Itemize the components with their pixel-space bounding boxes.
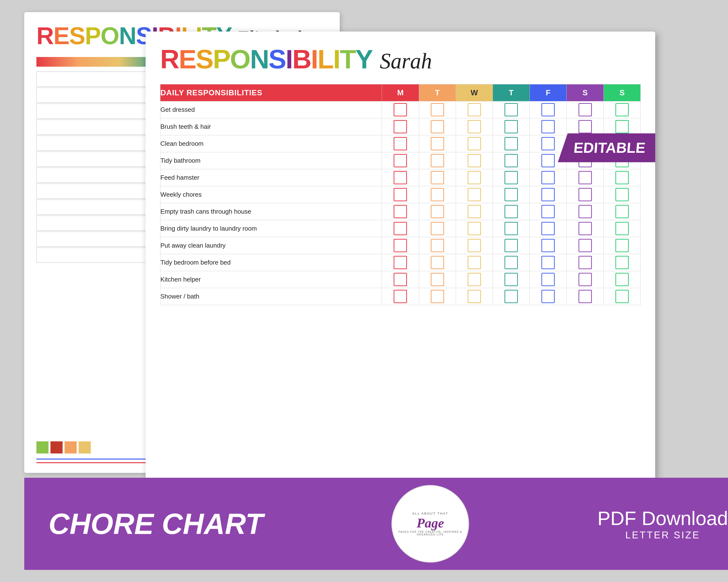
check-cell[interactable] <box>456 152 493 169</box>
checkbox[interactable] <box>394 103 407 116</box>
checkbox[interactable] <box>541 120 555 133</box>
checkbox[interactable] <box>431 188 444 201</box>
checkbox[interactable] <box>541 188 555 201</box>
checkbox[interactable] <box>468 222 481 235</box>
check-cell[interactable] <box>456 288 493 305</box>
checkbox[interactable] <box>578 222 592 235</box>
check-cell[interactable] <box>456 254 493 271</box>
check-cell[interactable] <box>567 118 603 135</box>
check-cell[interactable] <box>567 186 603 203</box>
checkbox[interactable] <box>541 137 555 150</box>
checkbox[interactable] <box>578 256 592 269</box>
checkbox[interactable] <box>468 171 481 184</box>
checkbox[interactable] <box>468 120 481 133</box>
checkbox[interactable] <box>394 256 407 269</box>
checkbox[interactable] <box>616 273 629 286</box>
check-cell[interactable] <box>419 220 456 237</box>
check-cell[interactable] <box>567 254 603 271</box>
checkbox[interactable] <box>616 239 629 252</box>
check-cell[interactable] <box>493 203 530 220</box>
check-cell[interactable] <box>456 237 493 254</box>
checkbox[interactable] <box>541 256 555 269</box>
check-cell[interactable] <box>530 288 567 305</box>
checkbox[interactable] <box>431 239 444 252</box>
check-cell[interactable] <box>382 254 419 271</box>
checkbox[interactable] <box>468 154 481 167</box>
check-cell[interactable] <box>456 271 493 288</box>
checkbox[interactable] <box>504 120 518 133</box>
check-cell[interactable] <box>493 186 530 203</box>
checkbox[interactable] <box>394 137 407 150</box>
checkbox[interactable] <box>578 120 592 133</box>
check-cell[interactable] <box>382 271 419 288</box>
check-cell[interactable] <box>603 237 641 254</box>
checkbox[interactable] <box>578 171 592 184</box>
check-cell[interactable] <box>419 118 456 135</box>
check-cell[interactable] <box>419 237 456 254</box>
check-cell[interactable] <box>530 135 567 152</box>
check-cell[interactable] <box>382 203 419 220</box>
check-cell[interactable] <box>382 101 419 118</box>
checkbox[interactable] <box>394 239 407 252</box>
check-cell[interactable] <box>530 220 567 237</box>
check-cell[interactable] <box>456 118 493 135</box>
check-cell[interactable] <box>567 271 603 288</box>
checkbox[interactable] <box>578 205 592 218</box>
checkbox[interactable] <box>616 171 629 184</box>
checkbox[interactable] <box>616 120 629 133</box>
check-cell[interactable] <box>419 101 456 118</box>
checkbox[interactable] <box>431 103 444 116</box>
checkbox[interactable] <box>468 103 481 116</box>
check-cell[interactable] <box>419 288 456 305</box>
checkbox[interactable] <box>431 256 444 269</box>
checkbox[interactable] <box>431 273 444 286</box>
checkbox[interactable] <box>578 239 592 252</box>
checkbox[interactable] <box>431 205 444 218</box>
checkbox[interactable] <box>468 256 481 269</box>
check-cell[interactable] <box>493 288 530 305</box>
check-cell[interactable] <box>382 118 419 135</box>
check-cell[interactable] <box>530 169 567 186</box>
check-cell[interactable] <box>603 186 641 203</box>
checkbox[interactable] <box>616 103 629 116</box>
check-cell[interactable] <box>382 186 419 203</box>
checkbox[interactable] <box>394 154 407 167</box>
checkbox[interactable] <box>616 290 629 303</box>
check-cell[interactable] <box>456 186 493 203</box>
check-cell[interactable] <box>603 118 641 135</box>
check-cell[interactable] <box>382 169 419 186</box>
checkbox[interactable] <box>394 171 407 184</box>
check-cell[interactable] <box>493 135 530 152</box>
checkbox[interactable] <box>504 103 518 116</box>
check-cell[interactable] <box>493 118 530 135</box>
check-cell[interactable] <box>493 271 530 288</box>
checkbox[interactable] <box>578 103 592 116</box>
checkbox[interactable] <box>504 188 518 201</box>
check-cell[interactable] <box>530 271 567 288</box>
checkbox[interactable] <box>504 256 518 269</box>
check-cell[interactable] <box>456 135 493 152</box>
check-cell[interactable] <box>419 152 456 169</box>
check-cell[interactable] <box>493 101 530 118</box>
checkbox[interactable] <box>504 137 518 150</box>
check-cell[interactable] <box>567 203 603 220</box>
check-cell[interactable] <box>603 101 641 118</box>
check-cell[interactable] <box>456 169 493 186</box>
checkbox[interactable] <box>504 290 518 303</box>
check-cell[interactable] <box>493 152 530 169</box>
checkbox[interactable] <box>541 239 555 252</box>
checkbox[interactable] <box>541 154 555 167</box>
checkbox[interactable] <box>394 120 407 133</box>
checkbox[interactable] <box>578 188 592 201</box>
checkbox[interactable] <box>394 222 407 235</box>
check-cell[interactable] <box>530 254 567 271</box>
checkbox[interactable] <box>431 137 444 150</box>
checkbox[interactable] <box>541 290 555 303</box>
check-cell[interactable] <box>603 220 641 237</box>
check-cell[interactable] <box>493 169 530 186</box>
checkbox[interactable] <box>541 273 555 286</box>
checkbox[interactable] <box>504 171 518 184</box>
checkbox[interactable] <box>504 205 518 218</box>
checkbox[interactable] <box>394 188 407 201</box>
check-cell[interactable] <box>567 288 603 305</box>
